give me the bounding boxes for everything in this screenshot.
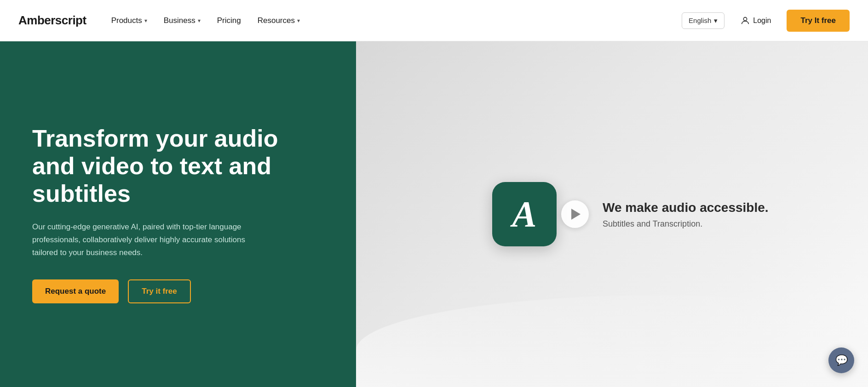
resources-chevron-icon: ▾ xyxy=(297,17,300,24)
products-chevron-icon: ▾ xyxy=(144,17,147,24)
request-quote-button[interactable]: Request a quote xyxy=(32,279,119,303)
navbar-left: Amberscript Products ▾ Business ▾ Pricin… xyxy=(18,12,306,29)
login-button[interactable]: Login xyxy=(734,12,777,29)
hero-left-panel: Transform your audio and video to text a… xyxy=(0,41,356,387)
play-icon xyxy=(571,209,581,220)
login-label: Login xyxy=(753,17,771,25)
logo[interactable]: Amberscript xyxy=(18,13,86,28)
language-selector[interactable]: English ▾ xyxy=(682,12,724,29)
chat-icon: 💬 xyxy=(835,354,848,366)
hero-section: Transform your audio and video to text a… xyxy=(0,41,868,387)
business-chevron-icon: ▾ xyxy=(198,17,201,24)
nav-links: Products ▾ Business ▾ Pricing Resources … xyxy=(105,12,306,29)
hero-description: Our cutting-edge generative AI, paired w… xyxy=(32,221,262,259)
nav-item-products[interactable]: Products ▾ xyxy=(105,12,154,29)
nav-item-pricing[interactable]: Pricing xyxy=(211,12,247,29)
hero-buttons: Request a quote Try it free xyxy=(32,279,324,303)
video-title: We make audio accessible. xyxy=(603,199,769,216)
video-text: We make audio accessible. Subtitles and … xyxy=(603,199,769,228)
nav-item-resources[interactable]: Resources ▾ xyxy=(251,12,306,29)
pricing-label: Pricing xyxy=(217,16,241,25)
navbar: Amberscript Products ▾ Business ▾ Pricin… xyxy=(0,0,868,41)
play-button[interactable] xyxy=(561,200,589,228)
resources-label: Resources xyxy=(258,16,295,25)
video-subtitle: Subtitles and Transcription. xyxy=(603,219,769,229)
navbar-right: English ▾ Login Try It free xyxy=(682,10,850,32)
language-chevron-icon: ▾ xyxy=(714,17,718,25)
app-icon: A xyxy=(492,182,557,246)
language-label: English xyxy=(689,17,711,24)
video-preview: A We make audio accessible. Subtitles an… xyxy=(492,182,769,246)
try-free-hero-button[interactable]: Try it free xyxy=(128,279,191,303)
hero-title: Transform your audio and video to text a… xyxy=(32,125,324,207)
svg-point-0 xyxy=(744,17,747,20)
hero-right-panel: A We make audio accessible. Subtitles an… xyxy=(356,41,868,387)
business-label: Business xyxy=(164,16,195,25)
nav-item-business[interactable]: Business ▾ xyxy=(157,12,207,29)
try-free-button[interactable]: Try It free xyxy=(787,10,850,32)
app-icon-letter: A xyxy=(512,194,536,235)
chat-bubble[interactable]: 💬 xyxy=(828,347,854,373)
user-icon xyxy=(740,16,750,26)
products-label: Products xyxy=(111,16,142,25)
